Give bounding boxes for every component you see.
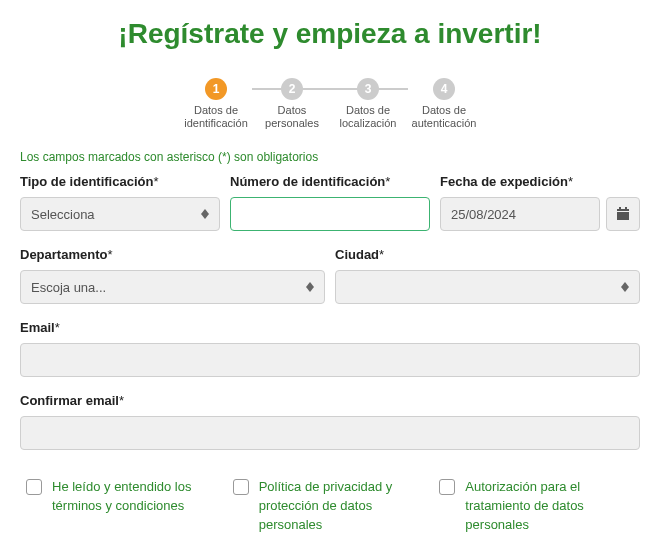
department-select[interactable]: Escoja una...: [20, 270, 325, 304]
terms-check-item: He leído y entendido los términos y cond…: [20, 478, 227, 535]
data-auth-check-item: Autorización para el tratamiento de dato…: [433, 478, 640, 535]
confirm-email-input[interactable]: [20, 416, 640, 450]
chevron-updown-icon: [621, 282, 629, 292]
step-number: 1: [205, 78, 227, 100]
confirm-email-label: Confirmar email*: [20, 393, 640, 408]
id-number-group: Número de identificación*: [230, 174, 430, 231]
chevron-updown-icon: [201, 209, 209, 219]
city-label: Ciudad*: [335, 247, 640, 262]
privacy-check-item: Política de privacidad y protección de d…: [227, 478, 434, 535]
data-auth-checkbox[interactable]: [439, 479, 455, 495]
step-identification: 1 Datos deidentificación: [178, 78, 254, 130]
required-note: Los campos marcados con asterisco (*) so…: [20, 150, 640, 164]
calendar-button[interactable]: [606, 197, 640, 231]
step-number: 2: [281, 78, 303, 100]
step-location: 3 Datos delocalización: [330, 78, 406, 130]
id-type-group: Tipo de identificación* Selecciona: [20, 174, 220, 231]
data-auth-link[interactable]: Autorización para el tratamiento de dato…: [465, 478, 634, 535]
privacy-link[interactable]: Política de privacidad y protección de d…: [259, 478, 428, 535]
page-title: ¡Regístrate y empieza a invertir!: [20, 0, 640, 78]
issue-date-group: Fecha de expedición* 25/08/2024: [440, 174, 640, 231]
city-group: Ciudad*: [335, 247, 640, 304]
step-label: Datos deautenticación: [412, 104, 477, 130]
department-label: Departamento*: [20, 247, 325, 262]
terms-checkbox[interactable]: [26, 479, 42, 495]
step-number: 3: [357, 78, 379, 100]
confirm-email-group: Confirmar email*: [20, 393, 640, 450]
step-personal: 2 Datospersonales: [254, 78, 330, 130]
step-label: Datospersonales: [265, 104, 319, 130]
id-type-select[interactable]: Selecciona: [20, 197, 220, 231]
id-number-input[interactable]: [230, 197, 430, 231]
issue-date-input[interactable]: 25/08/2024: [440, 197, 600, 231]
email-input[interactable]: [20, 343, 640, 377]
id-type-value: Selecciona: [31, 207, 95, 222]
department-group: Departamento* Escoja una...: [20, 247, 325, 304]
issue-date-label: Fecha de expedición*: [440, 174, 640, 189]
id-number-label: Número de identificación*: [230, 174, 430, 189]
step-label: Datos delocalización: [340, 104, 397, 130]
step-auth: 4 Datos deautenticación: [406, 78, 482, 130]
privacy-checkbox[interactable]: [233, 479, 249, 495]
department-value: Escoja una...: [31, 280, 106, 295]
step-number: 4: [433, 78, 455, 100]
issue-date-value: 25/08/2024: [451, 207, 516, 222]
city-select[interactable]: [335, 270, 640, 304]
chevron-updown-icon: [306, 282, 314, 292]
calendar-icon: [616, 207, 630, 221]
id-type-label: Tipo de identificación*: [20, 174, 220, 189]
stepper: 1 Datos deidentificación 2 Datospersonal…: [20, 78, 640, 130]
email-label: Email*: [20, 320, 640, 335]
step-label: Datos deidentificación: [184, 104, 248, 130]
terms-link[interactable]: He leído y entendido los términos y cond…: [52, 478, 221, 516]
email-group: Email*: [20, 320, 640, 377]
